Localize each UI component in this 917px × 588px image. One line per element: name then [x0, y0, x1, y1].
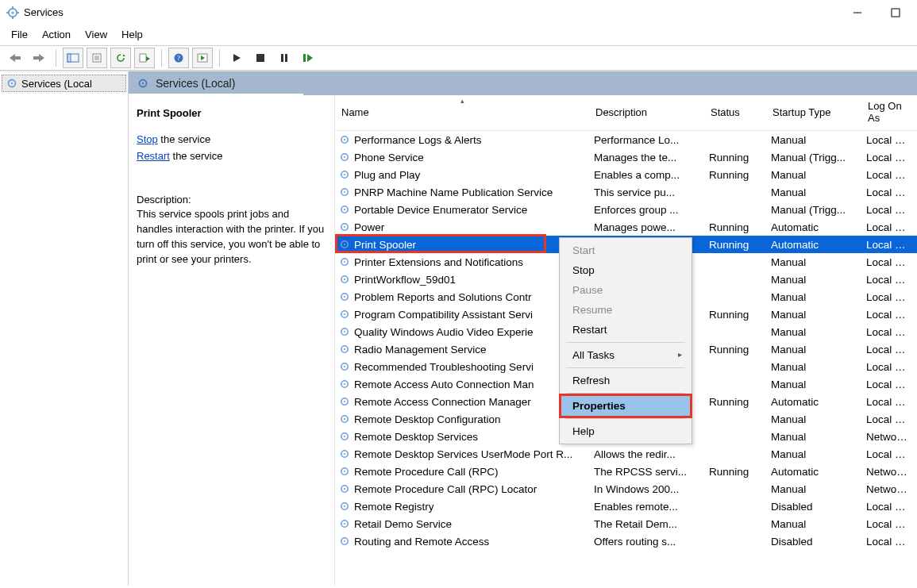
- table-row[interactable]: Retail Demo ServiceThe Retail Dem...Manu…: [335, 515, 917, 532]
- minimize-button[interactable]: [850, 6, 865, 20]
- menu-file[interactable]: File: [11, 29, 28, 40]
- svg-rect-29: [303, 54, 306, 62]
- menu-help[interactable]: Help: [121, 29, 143, 40]
- cell-status: [704, 358, 766, 375]
- stop-service-link[interactable]: Stop: [137, 133, 158, 145]
- context-menu-separator: [566, 418, 685, 419]
- context-menu-separator: [566, 393, 685, 394]
- title-bar: Services: [0, 0, 917, 25]
- table-row[interactable]: Plug and PlayEnables a comp...RunningMan…: [335, 166, 917, 183]
- app-icon: [6, 6, 19, 19]
- svg-rect-13: [67, 54, 71, 62]
- cell-status: Running: [704, 306, 766, 323]
- cell-desc: Enables remote...: [589, 498, 704, 515]
- cell-logon: Local System: [861, 375, 917, 393]
- svg-rect-9: [15, 56, 21, 60]
- gear-icon: [338, 448, 351, 460]
- context-menu-item-all-tasks[interactable]: All Tasks▸: [561, 345, 690, 365]
- cell-startup: Manual: [766, 323, 861, 340]
- svg-point-82: [344, 540, 345, 542]
- export-list-button[interactable]: [134, 48, 155, 68]
- service-name: Plug and Play: [354, 169, 420, 181]
- toolbar-separator: [56, 49, 56, 67]
- refresh-button[interactable]: [110, 48, 131, 68]
- svg-point-70: [344, 436, 345, 437]
- col-logon[interactable]: Log On As: [861, 95, 917, 131]
- context-menu-item-help[interactable]: Help: [561, 421, 690, 441]
- service-name: Remote Procedure Call (RPC) Locator: [354, 483, 537, 495]
- cell-desc: The RPCSS servi...: [589, 463, 704, 480]
- gear-icon: [338, 465, 351, 478]
- tree-root-services[interactable]: Services (Local: [2, 75, 126, 92]
- table-row[interactable]: PNRP Machine Name Publication ServiceThi…: [335, 183, 917, 201]
- svg-marker-18: [123, 54, 125, 56]
- cell-startup: Manual: [766, 428, 861, 445]
- cell-status: Running: [704, 166, 766, 183]
- service-name: Problem Reports and Solutions Contr: [354, 291, 532, 303]
- cell-desc: Offers routing s...: [589, 532, 704, 550]
- run-button[interactable]: [192, 48, 213, 68]
- maximize-button[interactable]: [888, 6, 903, 20]
- table-row[interactable]: Remote Procedure Call (RPC) LocatorIn Wi…: [335, 480, 917, 498]
- table-row[interactable]: Remote Desktop Services UserMode Port R.…: [335, 445, 917, 463]
- context-menu-item-resume: Resume: [561, 300, 690, 320]
- cell-status: Running: [704, 463, 766, 480]
- table-row[interactable]: Performance Logs & AlertsPerformance Lo.…: [335, 131, 917, 149]
- svg-point-58: [344, 331, 345, 332]
- cell-status: [704, 131, 766, 149]
- menu-view[interactable]: View: [85, 29, 107, 40]
- col-desc[interactable]: Description: [589, 95, 704, 131]
- table-row[interactable]: Portable Device Enumerator ServiceEnforc…: [335, 201, 917, 218]
- cell-logon: Local System: [861, 218, 917, 236]
- service-name: Remote Procedure Call (RPC): [354, 466, 499, 478]
- cell-status: [704, 201, 766, 218]
- table-row[interactable]: Phone ServiceManages the te...RunningMan…: [335, 148, 917, 166]
- cell-logon: Network Se...: [861, 463, 917, 480]
- cell-desc: Enforces group ...: [589, 201, 704, 218]
- show-hide-tree-button[interactable]: [63, 48, 83, 68]
- restart-service-button[interactable]: [298, 48, 318, 68]
- cell-startup: Manual: [766, 445, 861, 463]
- restart-service-link[interactable]: Restart: [137, 150, 170, 162]
- properties-button[interactable]: [87, 48, 107, 68]
- svg-point-56: [344, 313, 345, 315]
- col-startup[interactable]: Startup Type: [766, 95, 861, 131]
- gear-icon: [338, 221, 351, 233]
- table-row[interactable]: Remote Procedure Call (RPC)The RPCSS ser…: [335, 463, 917, 480]
- restart-service-text: the service: [170, 150, 222, 162]
- toolbar: ?: [0, 45, 917, 71]
- cell-status: [704, 532, 766, 550]
- forward-button[interactable]: [29, 48, 49, 68]
- table-row[interactable]: Routing and Remote AccessOffers routing …: [335, 532, 917, 550]
- table-row[interactable]: PowerManages powe...RunningAutomaticLoca…: [335, 218, 917, 236]
- cell-status: [704, 445, 766, 463]
- col-name[interactable]: ▴Name: [335, 95, 589, 131]
- cell-status: [704, 375, 766, 393]
- stop-service-button[interactable]: [250, 48, 271, 68]
- context-menu-item-restart[interactable]: Restart: [561, 320, 690, 340]
- table-row[interactable]: Remote RegistryEnables remote...Disabled…: [335, 498, 917, 515]
- svg-point-40: [344, 174, 345, 175]
- cell-startup: Manual: [766, 358, 861, 375]
- service-name: Quality Windows Audio Video Experie: [354, 326, 534, 338]
- menu-action[interactable]: Action: [42, 29, 71, 40]
- cell-desc: Manages powe...: [589, 218, 704, 236]
- context-menu-item-properties[interactable]: Properties: [561, 396, 690, 416]
- pause-service-button[interactable]: [274, 48, 295, 68]
- help-button[interactable]: ?: [168, 48, 189, 68]
- cell-logon: Local Service: [861, 340, 917, 358]
- start-service-button[interactable]: [226, 48, 247, 68]
- cell-status: Running: [704, 340, 766, 358]
- cell-startup: Manual: [766, 306, 861, 323]
- col-status[interactable]: Status: [704, 95, 766, 131]
- gear-icon: [338, 290, 351, 303]
- context-menu-item-stop[interactable]: Stop: [561, 260, 690, 280]
- context-menu-item-refresh[interactable]: Refresh: [561, 371, 690, 390]
- svg-marker-8: [10, 54, 15, 62]
- svg-rect-27: [281, 54, 283, 62]
- gear-icon: [338, 343, 351, 355]
- back-button[interactable]: [5, 48, 25, 68]
- svg-point-48: [344, 244, 345, 245]
- cell-logon: Network Se...: [861, 480, 917, 498]
- cell-desc: Allows the redir...: [589, 445, 704, 463]
